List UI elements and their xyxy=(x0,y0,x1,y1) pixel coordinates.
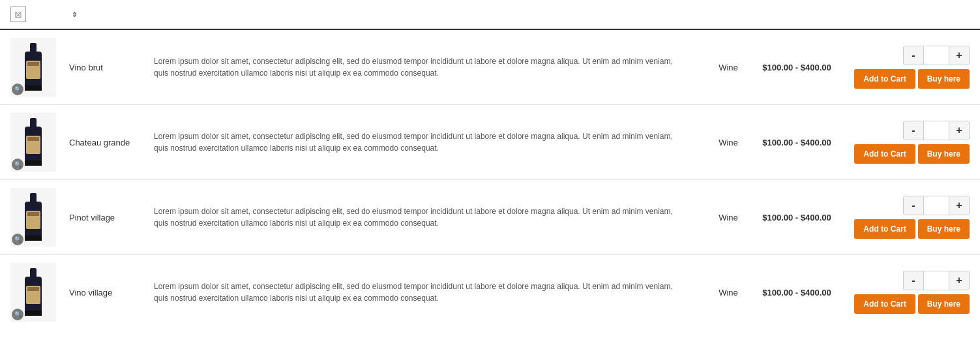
search-icon[interactable]: 🔍 xyxy=(12,309,23,320)
header-name-col: ⇕ xyxy=(69,11,154,18)
quantity-control: - + xyxy=(903,196,970,215)
quantity-control: - + xyxy=(903,46,970,65)
quantity-plus-button[interactable]: + xyxy=(949,271,969,290)
svg-rect-14 xyxy=(25,236,42,241)
svg-rect-4 xyxy=(25,85,42,91)
svg-rect-0 xyxy=(30,43,37,53)
quantity-minus-button[interactable]: - xyxy=(904,46,923,65)
buy-here-button[interactable]: Buy here xyxy=(918,294,970,314)
svg-rect-19 xyxy=(25,311,42,316)
product-summary: Lorem ipsum dolor sit amet, consectetur … xyxy=(154,206,696,229)
product-category: Wine xyxy=(696,138,761,147)
product-image-container: 🔍 xyxy=(10,113,69,172)
svg-rect-13 xyxy=(27,212,39,216)
svg-rect-10 xyxy=(30,193,37,203)
svg-rect-15 xyxy=(30,268,37,278)
product-name: Vino brut xyxy=(69,63,154,72)
product-row: 🔍 Vino brut Lorem ipsum dolor sit amet, … xyxy=(0,30,980,105)
sort-icon[interactable]: ⇕ xyxy=(72,11,77,18)
product-category: Wine xyxy=(696,213,761,222)
product-actions: - + Add to Cart Buy here xyxy=(833,271,970,314)
product-rows: 🔍 Vino brut Lorem ipsum dolor sit amet, … xyxy=(0,30,980,329)
product-image-container: 🔍 xyxy=(10,263,69,322)
product-category: Wine xyxy=(696,63,761,72)
product-name: Vino village xyxy=(69,288,154,298)
product-row: 🔍 Vino village Lorem ipsum dolor sit ame… xyxy=(0,255,980,329)
product-summary: Lorem ipsum dolor sit amet, consectetur … xyxy=(154,130,696,154)
quantity-plus-button[interactable]: + xyxy=(949,46,969,65)
product-row: 🔍 Pinot village Lorem ipsum dolor sit am… xyxy=(0,180,980,255)
add-to-cart-button[interactable]: Add to Cart xyxy=(854,294,915,314)
quantity-control: - + xyxy=(903,121,970,140)
quantity-plus-button[interactable]: + xyxy=(949,196,969,215)
image-icon: ⊠ xyxy=(10,7,26,22)
product-summary: Lorem ipsum dolor sit amet, consectetur … xyxy=(154,281,696,304)
product-price: $100.00 - $400.00 xyxy=(761,213,833,222)
product-name: Pinot village xyxy=(69,213,154,222)
buy-here-button[interactable]: Buy here xyxy=(918,144,970,164)
product-price: $100.00 - $400.00 xyxy=(761,63,833,72)
header-image-col: ⊠ xyxy=(10,7,69,22)
svg-rect-3 xyxy=(27,62,39,66)
buy-here-button[interactable]: Buy here xyxy=(918,69,970,89)
product-name: Chateau grande xyxy=(69,138,154,147)
quantity-plus-button[interactable]: + xyxy=(949,121,969,140)
quantity-input[interactable] xyxy=(923,196,949,215)
svg-rect-5 xyxy=(30,118,37,128)
product-price: $100.00 - $400.00 xyxy=(761,138,833,147)
product-image: 🔍 xyxy=(10,263,56,322)
product-image-container: 🔍 xyxy=(10,38,69,97)
svg-rect-8 xyxy=(27,137,39,141)
quantity-control: - + xyxy=(903,271,970,290)
svg-rect-9 xyxy=(25,160,42,166)
table-header: ⊠ ⇕ xyxy=(0,0,980,30)
add-to-cart-button[interactable]: Add to Cart xyxy=(854,219,915,239)
search-icon[interactable]: 🔍 xyxy=(12,159,23,170)
svg-rect-18 xyxy=(27,287,39,291)
product-image: 🔍 xyxy=(10,113,56,172)
product-actions: - + Add to Cart Buy here xyxy=(833,46,970,89)
buy-here-button[interactable]: Buy here xyxy=(918,219,970,239)
product-row: 🔍 Chateau grande Lorem ipsum dolor sit a… xyxy=(0,105,980,180)
add-to-cart-button[interactable]: Add to Cart xyxy=(854,69,915,89)
action-buttons: Add to Cart Buy here xyxy=(854,294,970,314)
product-list: ⊠ ⇕ xyxy=(0,0,980,329)
product-summary: Lorem ipsum dolor sit amet, consectetur … xyxy=(154,55,696,79)
action-buttons: Add to Cart Buy here xyxy=(854,69,970,89)
action-buttons: Add to Cart Buy here xyxy=(854,144,970,164)
product-image-container: 🔍 xyxy=(10,188,69,247)
quantity-input[interactable] xyxy=(923,46,949,65)
product-price: $100.00 - $400.00 xyxy=(761,288,833,298)
action-buttons: Add to Cart Buy here xyxy=(854,219,970,239)
quantity-input[interactable] xyxy=(923,121,949,140)
name-sort-container: ⇕ xyxy=(69,11,154,18)
add-to-cart-button[interactable]: Add to Cart xyxy=(854,144,915,164)
product-actions: - + Add to Cart Buy here xyxy=(833,196,970,239)
product-image: 🔍 xyxy=(10,38,56,97)
quantity-minus-button[interactable]: - xyxy=(904,271,923,290)
quantity-minus-button[interactable]: - xyxy=(904,121,923,140)
search-icon[interactable]: 🔍 xyxy=(12,84,23,95)
quantity-minus-button[interactable]: - xyxy=(904,196,923,215)
search-icon[interactable]: 🔍 xyxy=(12,234,23,245)
product-category: Wine xyxy=(696,288,761,298)
quantity-input[interactable] xyxy=(923,271,949,290)
product-actions: - + Add to Cart Buy here xyxy=(833,121,970,164)
product-image: 🔍 xyxy=(10,188,56,247)
